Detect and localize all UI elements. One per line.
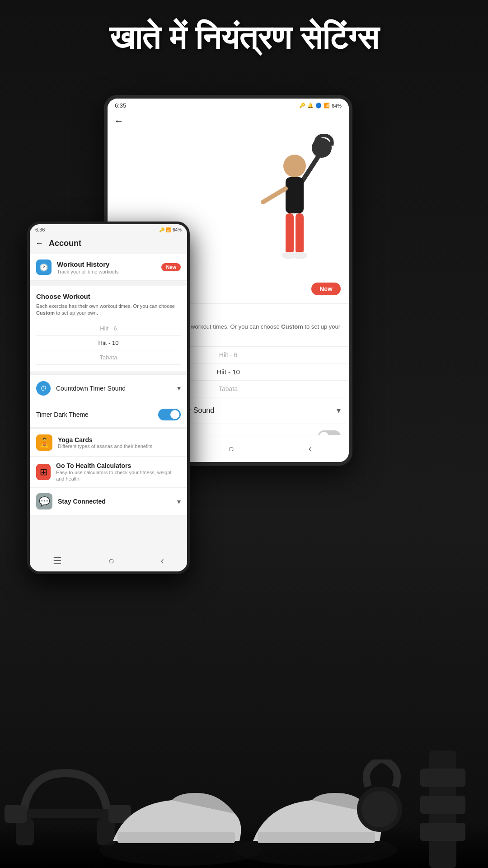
history-new-badge: New [311,283,341,295]
svg-point-23 [293,252,307,259]
tablet-back-nav[interactable]: ‹ [308,443,311,455]
svg-point-14 [361,791,398,827]
tablet-home-nav[interactable]: ○ [228,443,234,455]
stay-connected-item[interactable]: 💬 Stay Connected ▾ [30,488,187,515]
health-calc-item[interactable]: ⊞ Go To Health Calculators Easy-to-use c… [30,457,187,488]
yoga-subtitle: Different types of asanas and their bene… [58,443,152,449]
sneakers-icon [90,769,398,868]
yoga-cards-item[interactable]: 🧘 Yoga Cards Different types of asanas a… [30,429,187,457]
choose-workout-item: Choose Workout Each exercise has their o… [30,286,187,371]
phone-dark-theme-toggle[interactable] [158,409,181,420]
phone-back-button[interactable]: ← [35,239,43,248]
svg-rect-2 [5,805,27,823]
tablet-back-button[interactable]: ← [108,113,349,130]
svg-rect-20 [286,213,294,254]
svg-line-19 [263,189,286,202]
tablet-time: 6:35 [115,102,126,109]
stay-connected-left: 💬 Stay Connected [36,493,106,509]
stay-connected-icon: 💬 [36,493,52,509]
yoga-title: Yoga Cards [58,436,152,443]
health-calc-text: Go To Health Calculators Easy-to-use cal… [56,462,181,482]
health-calc-title: Go To Health Calculators [56,462,181,469]
svg-rect-12 [420,823,465,841]
yoga-text: Yoga Cards Different types of asanas and… [58,436,152,449]
phone-new-badge: New [161,263,181,271]
svg-point-17 [283,155,306,177]
choose-workout-description: Each exercise has their own workout time… [36,303,181,317]
countdown-left: ⏱ Countdown Timer Sound [36,381,126,396]
svg-rect-8 [258,832,375,843]
tablet-battery: 64% [332,103,342,108]
phone-countdown-item[interactable]: ⏱ Countdown Timer Sound ▾ [30,375,187,402]
health-calc-subtitle: Easy-to-use calculators to check your fi… [56,469,181,482]
kettlebell-icon [352,760,407,832]
svg-rect-21 [296,213,304,254]
phone-hiit6[interactable]: Hiit - 6 [36,321,181,336]
athlete-figure [249,134,340,274]
history-item-title: Workout History [57,260,161,268]
yoga-icon: 🧘 [36,434,52,451]
phone-dark-theme-item: Timer Dark Theme [30,402,187,427]
page-title: खाते में नियंत्रण सेटिंग्स [0,18,488,57]
phone-back-nav[interactable]: ‹ [160,555,164,567]
svg-rect-6 [117,832,235,843]
phone-battery: 64% [173,227,182,232]
phone-header: ← Account [30,235,187,252]
phone-countdown-label: Countdown Timer Sound [56,385,126,392]
phone-menu-nav[interactable]: ☰ [53,555,62,567]
weight-plate-icon [407,750,479,868]
svg-rect-10 [420,769,465,787]
workout-history-item[interactable]: 🕐 Workout History Track your all time wo… [30,254,187,281]
choose-workout-title: Choose Workout [36,292,181,300]
health-calc-icon: ⊞ [36,464,51,480]
phone-bottom-nav: ☰ ○ ‹ [30,550,187,571]
phone-status-bar: 6:36 🔑📶 64% [30,224,187,235]
phone-device: 6:36 🔑📶 64% ← Account 🕐 Workout History … [27,222,190,574]
history-icon: 🕐 [36,259,52,275]
phone-dropdown-arrow-icon: ▾ [177,384,181,392]
stay-connected-title: Stay Connected [58,498,106,505]
phone-tabata[interactable]: Tabata [36,350,181,365]
phone-home-nav[interactable]: ○ [108,555,114,567]
phone-countdown-icon: ⏱ [36,381,51,396]
phone-time: 6:36 [35,227,45,232]
svg-rect-18 [286,177,304,213]
phone-hiit10[interactable]: Hiit - 10 [36,336,181,350]
phone-screen-title: Account [49,239,81,248]
phone-dark-theme-label: Timer Dark Theme [36,411,89,418]
stay-connected-arrow-icon: ▾ [177,497,181,506]
history-text: Workout History Track your all time work… [57,260,161,274]
svg-rect-11 [420,796,465,814]
section-divider-1 [30,283,187,284]
tablet-status-bar: 6:35 🔑🔔🔵📶 64% [108,99,349,113]
gym-equipment-area [0,696,488,868]
dropdown-arrow-icon: ▾ [337,406,341,415]
history-item-subtitle: Track your all time workouts [57,269,161,274]
